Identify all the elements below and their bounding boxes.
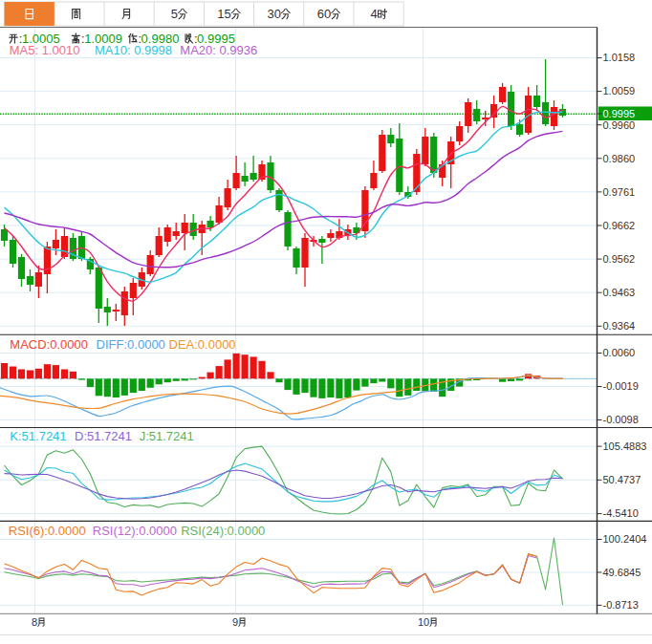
svg-text:30: 30	[268, 7, 281, 21]
svg-text:-0.0019: -0.0019	[603, 380, 639, 392]
svg-text:-0.0098: -0.0098	[603, 414, 639, 425]
svg-text:J:51.7241: J:51.7241	[140, 429, 194, 443]
svg-text:0.9960: 0.9960	[603, 119, 636, 131]
svg-text:15: 15	[217, 7, 230, 21]
svg-text:1.0158: 1.0158	[603, 52, 636, 63]
svg-text:9: 9	[232, 616, 238, 628]
svg-text:0.0060: 0.0060	[603, 347, 636, 358]
svg-text:0.9562: 0.9562	[603, 253, 636, 265]
svg-text:4: 4	[371, 7, 378, 21]
svg-text:0.9364: 0.9364	[603, 320, 636, 332]
svg-text:100.2404: 100.2404	[603, 533, 647, 545]
svg-text:MA5: 1.0010: MA5: 1.0010	[10, 43, 80, 57]
svg-text:1.0059: 1.0059	[603, 85, 636, 97]
svg-text:49.6845: 49.6845	[603, 567, 641, 578]
svg-text:-0.8713: -0.8713	[603, 599, 639, 611]
svg-text:-4.5410: -4.5410	[603, 507, 639, 519]
svg-text:D:51.7241: D:51.7241	[75, 429, 132, 443]
svg-text:0.9761: 0.9761	[603, 186, 636, 198]
svg-text:10: 10	[418, 616, 429, 628]
svg-text:MACD:0.0000: MACD:0.0000	[10, 337, 88, 352]
svg-text:0.9662: 0.9662	[603, 220, 636, 231]
svg-text:0.9995: 0.9995	[603, 108, 636, 119]
svg-text:DEA:0.0000: DEA:0.0000	[169, 337, 236, 352]
svg-text:5: 5	[171, 7, 178, 21]
svg-text:K:51.7241: K:51.7241	[10, 429, 66, 443]
svg-text:50.4737: 50.4737	[603, 474, 641, 485]
svg-text:RSI(12):0.0000: RSI(12):0.0000	[93, 524, 177, 538]
svg-text:0.9463: 0.9463	[603, 287, 636, 298]
svg-text:60: 60	[317, 7, 331, 21]
svg-text:DIFF:0.0000: DIFF:0.0000	[97, 337, 165, 352]
svg-text:105.4883: 105.4883	[603, 440, 647, 452]
svg-text:MA10: 0.9998: MA10: 0.9998	[95, 43, 172, 57]
svg-text:8: 8	[32, 616, 37, 628]
svg-text:MA20: 0.9936: MA20: 0.9936	[180, 43, 257, 57]
svg-text:0.9860: 0.9860	[603, 153, 636, 164]
svg-text:RSI(24):0.0000: RSI(24):0.0000	[181, 524, 265, 538]
svg-text:RSI(6):0.0000: RSI(6):0.0000	[9, 524, 86, 538]
